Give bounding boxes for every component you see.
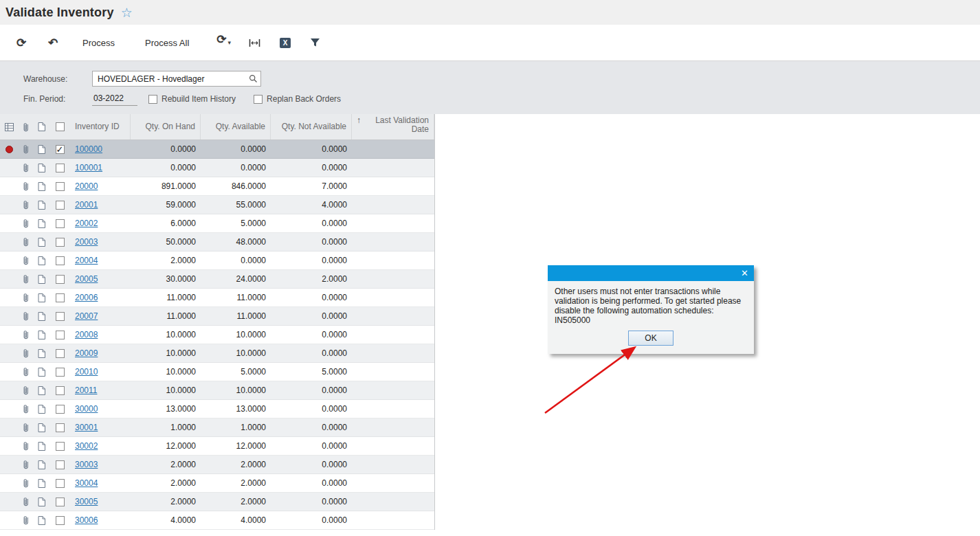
- row-files-cell[interactable]: [18, 256, 34, 265]
- row-files-cell[interactable]: [18, 386, 34, 395]
- row-notes-cell[interactable]: [34, 293, 49, 302]
- row-notes-cell[interactable]: [34, 368, 49, 377]
- table-row[interactable]: 20003 50.0000 48.0000 0.0000: [0, 233, 434, 252]
- row-notes-cell[interactable]: [34, 219, 49, 228]
- inventory-id-column-header[interactable]: Inventory ID: [70, 114, 131, 139]
- row-checkbox[interactable]: [56, 349, 65, 358]
- row-select-cell[interactable]: [49, 312, 70, 321]
- row-notes-cell[interactable]: [34, 349, 49, 358]
- inventory-id-link[interactable]: 100001: [75, 163, 102, 172]
- row-files-cell[interactable]: [18, 367, 34, 377]
- row-checkbox[interactable]: [56, 498, 65, 506]
- row-select-cell[interactable]: [49, 201, 70, 210]
- process-button[interactable]: Process: [71, 32, 126, 53]
- row-notes-cell[interactable]: [34, 145, 49, 154]
- inventory-id-link[interactable]: 20006: [75, 293, 98, 302]
- inventory-id-link[interactable]: 30002: [75, 441, 98, 451]
- row-select-cell[interactable]: [49, 368, 70, 377]
- row-checkbox[interactable]: [56, 256, 65, 265]
- row-notes-cell[interactable]: [34, 442, 49, 451]
- inventory-id-link[interactable]: 100000: [75, 144, 102, 154]
- row-files-cell[interactable]: [18, 293, 34, 302]
- inventory-id-link[interactable]: 20001: [75, 200, 98, 210]
- qty-on-hand-column-header[interactable]: Qty. On Hand: [131, 114, 201, 139]
- row-checkbox[interactable]: [56, 275, 65, 284]
- row-checkbox[interactable]: [56, 182, 65, 191]
- select-all-header-cell[interactable]: [49, 114, 70, 139]
- inventory-id-link[interactable]: 20005: [75, 274, 98, 284]
- inventory-id-link[interactable]: 30003: [75, 460, 98, 469]
- ok-button[interactable]: OK: [628, 331, 673, 346]
- row-checkbox[interactable]: [56, 331, 65, 339]
- row-files-cell[interactable]: [18, 219, 34, 228]
- qty-available-column-header[interactable]: Qty. Available: [201, 114, 271, 139]
- row-files-cell[interactable]: [18, 237, 34, 247]
- inventory-id-link[interactable]: 20008: [75, 330, 98, 339]
- table-row[interactable]: 20007 11.0000 11.0000 0.0000: [0, 307, 434, 326]
- row-files-cell[interactable]: [18, 497, 34, 506]
- replan-back-orders-checkbox[interactable]: [254, 95, 263, 104]
- table-row[interactable]: 100001 0.0000 0.0000 0.0000: [0, 159, 434, 177]
- fin-period-input[interactable]: 03-2022: [92, 92, 137, 106]
- row-files-cell[interactable]: [18, 441, 34, 451]
- warehouse-selector[interactable]: HOVEDLAGER - Hovedlager: [92, 71, 261, 87]
- row-checkbox[interactable]: [56, 479, 65, 488]
- inventory-id-link[interactable]: 20007: [75, 311, 98, 321]
- row-notes-cell[interactable]: [34, 256, 49, 265]
- row-files-cell[interactable]: [18, 460, 34, 469]
- table-row[interactable]: 20009 10.0000 10.0000 0.0000: [0, 344, 434, 363]
- row-notes-cell[interactable]: [34, 201, 49, 210]
- row-checkbox[interactable]: [56, 405, 65, 414]
- schedule-refresh-dropdown-button[interactable]: ⟳ ▾: [216, 32, 231, 53]
- table-row[interactable]: 30002 12.0000 12.0000 0.0000: [0, 437, 434, 456]
- grid-settings-header-cell[interactable]: [0, 114, 18, 139]
- row-files-cell[interactable]: [18, 163, 34, 172]
- close-icon[interactable]: ✕: [741, 269, 748, 278]
- row-select-cell[interactable]: [49, 349, 70, 358]
- row-files-cell[interactable]: [18, 423, 34, 432]
- table-row[interactable]: 20002 6.0000 5.0000 0.0000: [0, 214, 434, 233]
- fit-width-button[interactable]: [249, 38, 260, 47]
- row-checkbox[interactable]: [56, 423, 65, 432]
- row-checkbox[interactable]: [56, 442, 65, 451]
- row-notes-cell[interactable]: [34, 182, 49, 191]
- table-row[interactable]: 20006 11.0000 11.0000 0.0000: [0, 289, 434, 307]
- row-notes-cell[interactable]: [34, 498, 49, 506]
- row-checkbox[interactable]: [56, 516, 65, 525]
- row-select-cell[interactable]: [49, 405, 70, 414]
- qty-not-available-column-header[interactable]: Qty. Not Available: [271, 114, 352, 139]
- inventory-id-link[interactable]: 30004: [75, 478, 98, 488]
- row-checkbox[interactable]: [56, 201, 65, 210]
- row-select-cell[interactable]: [49, 256, 70, 265]
- row-files-cell[interactable]: [18, 478, 34, 488]
- row-select-cell[interactable]: [49, 442, 70, 451]
- row-notes-cell[interactable]: [34, 423, 49, 432]
- row-checkbox[interactable]: [56, 293, 65, 302]
- row-files-cell[interactable]: [18, 404, 34, 414]
- row-notes-cell[interactable]: [34, 479, 49, 488]
- table-row[interactable]: 20004 2.0000 0.0000 0.0000: [0, 252, 434, 270]
- row-notes-cell[interactable]: [34, 238, 49, 247]
- inventory-id-link[interactable]: 20011: [75, 386, 97, 395]
- row-notes-cell[interactable]: [34, 164, 49, 172]
- row-select-cell[interactable]: [49, 331, 70, 339]
- row-files-cell[interactable]: [18, 144, 34, 154]
- lookup-button[interactable]: [245, 74, 260, 83]
- table-row[interactable]: 30005 2.0000 2.0000 0.0000: [0, 493, 434, 511]
- row-files-cell[interactable]: [18, 311, 34, 321]
- process-all-button[interactable]: Process All: [134, 32, 200, 53]
- row-checkbox[interactable]: [56, 238, 65, 247]
- row-select-cell[interactable]: [49, 498, 70, 506]
- row-checkbox[interactable]: [56, 368, 65, 377]
- inventory-id-link[interactable]: 30005: [75, 497, 98, 506]
- row-checkbox[interactable]: [56, 460, 65, 469]
- table-row[interactable]: 30004 2.0000 2.0000 0.0000: [0, 474, 434, 493]
- row-select-cell[interactable]: [49, 423, 70, 432]
- table-row[interactable]: 100000 0.0000 0.0000 0.0000: [0, 140, 434, 159]
- filter-button[interactable]: [310, 38, 320, 47]
- table-row[interactable]: 20001 59.0000 55.0000 4.0000: [0, 196, 434, 214]
- last-validation-date-column-header[interactable]: ↑ Last Validation Date: [352, 114, 434, 139]
- row-select-cell[interactable]: [49, 516, 70, 525]
- inventory-id-link[interactable]: 30000: [75, 404, 98, 414]
- row-files-cell[interactable]: [18, 274, 34, 284]
